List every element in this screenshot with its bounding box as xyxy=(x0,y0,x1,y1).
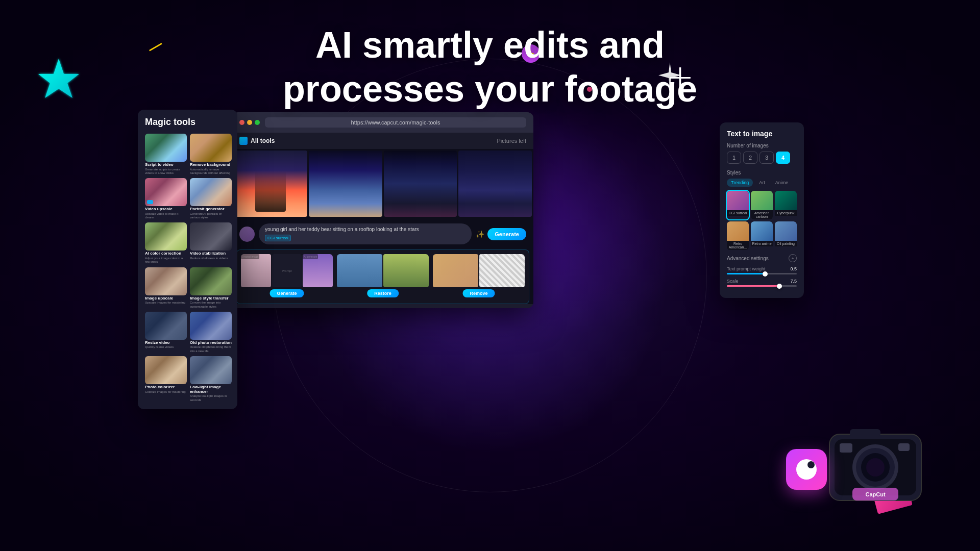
style-american[interactable]: American cartoon xyxy=(751,191,773,219)
tool-thumb-forest xyxy=(190,267,232,295)
tool-desc-img-upscale: Upscale images for mastering xyxy=(145,301,187,305)
tool-label-script: Script to video xyxy=(145,163,187,167)
tool-thumb-field xyxy=(145,222,187,251)
card-remove-button[interactable]: Remove xyxy=(462,289,495,297)
slider-fill-prompt xyxy=(727,273,765,274)
style-cgi[interactable]: CGI surreal xyxy=(727,191,749,219)
slider-scale: Scale 7.5 xyxy=(727,279,797,287)
tool-desc-stabilize: Reduce shakiness in videos xyxy=(190,257,232,260)
preview-imgs-remove xyxy=(433,254,525,287)
tool-label-style-transfer: Image style transfer xyxy=(190,296,232,301)
tab-trending[interactable]: Trending xyxy=(727,179,753,187)
slider-value-prompt: 0.5 xyxy=(790,266,797,271)
tool-label-old-photo: Old photo restoration xyxy=(190,341,232,345)
tool-label-lowlight: Low-light image enhancer xyxy=(190,385,232,394)
style-name-cgi: CGI surreal xyxy=(727,210,749,216)
style-img-retro-am xyxy=(727,221,749,241)
generate-button[interactable]: Generate xyxy=(487,228,526,240)
num-btn-2[interactable]: 2 xyxy=(743,152,757,164)
slider-label-row-2: Scale 7.5 xyxy=(727,279,797,284)
maximize-dot[interactable] xyxy=(255,120,260,125)
tool-thumb-car xyxy=(190,222,232,251)
bottom-previews: Original image Prompt AI generate Genera… xyxy=(236,249,529,304)
headline-line2: processes your footage xyxy=(283,67,697,111)
style-retro-anime[interactable]: Retro anime xyxy=(751,221,773,250)
preview-card-restore: Restore xyxy=(337,254,429,299)
magic-tools-panel: Magic tools Script to video Generate scr… xyxy=(138,110,237,409)
card-generate-button[interactable]: Generate xyxy=(270,289,304,297)
tool-item-script[interactable]: Script to video Generate scripts to crea… xyxy=(145,134,187,175)
tool-label-color: AI color correction xyxy=(145,252,187,256)
prompt-area: young girl and her teddy bear sitting on… xyxy=(232,218,533,249)
svg-rect-6 xyxy=(679,67,681,89)
prompt-icons: ✨ Generate xyxy=(476,228,526,240)
tool-item-style-transfer[interactable]: Image style transfer Convert the image i… xyxy=(190,267,232,309)
tool-desc-colorizer: Colorize images for mastering xyxy=(145,390,187,394)
style-name-american: American cartoon xyxy=(751,210,773,219)
preview-imgs-generate: Original image Prompt AI generate xyxy=(241,254,333,287)
style-oil[interactable]: Oil painting xyxy=(775,221,797,250)
styles-grid: CGI surreal American cartoon Cyberpunk R… xyxy=(727,191,797,250)
svg-rect-14 xyxy=(840,443,852,453)
advanced-toggle[interactable]: + xyxy=(789,254,797,262)
tool-desc-portrait: Generate AI portraits of various styles xyxy=(190,212,232,219)
image-grid xyxy=(232,149,533,218)
slider-thumb-scale[interactable] xyxy=(777,284,782,289)
tool-desc-color: Adjust your image color in a few steps xyxy=(145,257,187,264)
style-img-retro-anime xyxy=(751,221,773,241)
all-tools-label: All tools xyxy=(251,137,275,144)
tools-grid: Script to video Generate scripts to crea… xyxy=(145,134,230,402)
slider-track-scale[interactable] xyxy=(727,285,797,287)
grid-img-1 xyxy=(234,151,307,217)
num-images-label: Number of images xyxy=(727,143,797,148)
close-dot[interactable] xyxy=(239,120,244,125)
prompt-avatar xyxy=(239,227,255,242)
style-img-cgi xyxy=(727,191,749,210)
tool-item-color[interactable]: AI color correction Adjust your image co… xyxy=(145,222,187,264)
tool-label-video-upscale: Video upscale xyxy=(145,207,187,212)
tool-item-lowlight[interactable]: Low-light image enhancer Analyze low-lig… xyxy=(190,356,232,402)
tool-item-remove-bg[interactable]: Remove background Automatically remove b… xyxy=(190,134,232,175)
style-cyberpunk[interactable]: Cyberpunk xyxy=(775,191,797,219)
style-img-oil xyxy=(775,221,797,241)
tool-item-video-upscale[interactable]: Video upscale Upscale video to make it c… xyxy=(145,178,187,219)
tab-art[interactable]: Art xyxy=(755,179,769,187)
style-retro-am[interactable]: Retro American... xyxy=(727,221,749,250)
all-tools-button[interactable]: All tools xyxy=(239,137,275,145)
camera-deco: CapCut xyxy=(819,409,932,523)
sparkle-cross-deco xyxy=(669,66,692,89)
hero-headline: AI smartly edits and processes your foot… xyxy=(283,23,697,111)
num-btn-3[interactable]: 3 xyxy=(760,152,774,164)
tab-anime[interactable]: Anime xyxy=(771,179,793,187)
tool-thumb-cat xyxy=(145,267,187,295)
slider-thumb-prompt[interactable] xyxy=(763,271,768,277)
tool-item-stabilize[interactable]: Video stabilization Reduce shakiness in … xyxy=(190,222,232,264)
tool-label-resize: Resize video xyxy=(145,341,187,345)
browser-content: All tools Pictures left young girl xyxy=(232,133,533,304)
prompt-input[interactable]: young girl and her teddy bear sitting on… xyxy=(259,223,472,244)
style-name-cyberpunk: Cyberpunk xyxy=(775,210,797,216)
browser-url[interactable]: https://www.capcut.com/magic-tools xyxy=(265,117,526,128)
num-images-selector: 1 2 3 4 xyxy=(727,152,797,164)
tool-item-img-upscale[interactable]: Image upscale Upscale images for masteri… xyxy=(145,267,187,309)
style-name-oil: Oil painting xyxy=(775,241,797,246)
tool-item-old-photo[interactable]: Old photo restoration Restore old photos… xyxy=(190,312,232,353)
num-btn-4[interactable]: 4 xyxy=(776,152,790,164)
tool-thumb-nature xyxy=(145,134,187,162)
num-btn-1[interactable]: 1 xyxy=(727,152,741,164)
tool-item-portrait[interactable]: Portrait generator Generate AI portraits… xyxy=(190,178,232,219)
tool-thumb-woman xyxy=(190,178,232,206)
wand-icon[interactable]: ✨ xyxy=(476,230,484,238)
style-name-retro-anime: Retro anime xyxy=(751,241,773,246)
tool-desc-lowlight: Analyze low-light images in seconds xyxy=(190,394,232,402)
tool-item-resize[interactable]: Resize video Quickly resize videos xyxy=(145,312,187,353)
style-img-american xyxy=(751,191,773,210)
slider-value-scale: 7.5 xyxy=(790,279,797,284)
tool-item-colorizer[interactable]: Photo colorizer Colorize images for mast… xyxy=(145,356,187,402)
slider-track-prompt[interactable] xyxy=(727,273,797,274)
minimize-dot[interactable] xyxy=(247,120,252,125)
tool-desc-video-upscale: Upscale video to make it clearer xyxy=(145,212,187,219)
tool-thumb-person xyxy=(145,312,187,340)
card-restore-button[interactable]: Restore xyxy=(367,289,399,297)
advanced-label: Advanced settings xyxy=(727,256,769,261)
